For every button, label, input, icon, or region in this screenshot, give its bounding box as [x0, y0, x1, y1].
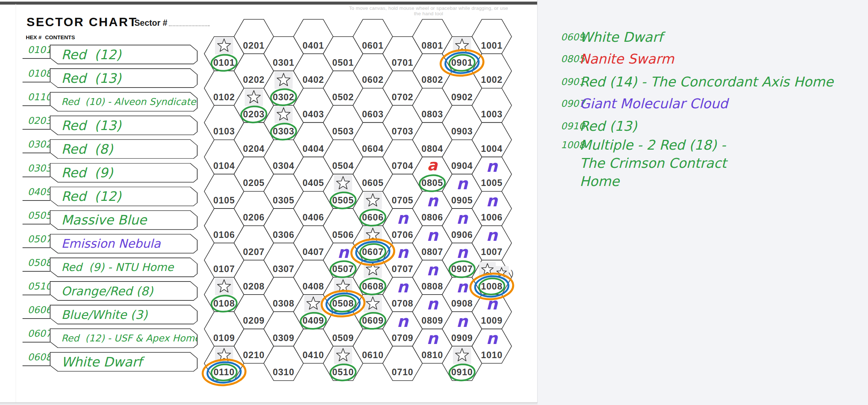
hex-label: 1001: [481, 40, 503, 50]
hex-label: 0707: [392, 264, 414, 274]
hex-label: 0304: [273, 161, 295, 171]
double-star-paren: ): [511, 268, 514, 278]
note-text: Red (14) - The Concordant Axis Home: [580, 73, 833, 91]
nebula-mark: n: [397, 312, 409, 331]
nebula-mark: n: [427, 226, 439, 244]
hex-label: 0104: [213, 161, 235, 171]
hex-label: 0202: [243, 74, 265, 85]
nebula-mark: n: [397, 243, 409, 262]
hex-label: 0403: [303, 109, 324, 119]
hex-label: 0905: [451, 195, 473, 205]
hex-label: 0810: [421, 350, 443, 360]
hex-label: 0801: [421, 40, 443, 50]
hex-label: 0601: [362, 40, 384, 50]
hex-label: 1006: [481, 212, 503, 222]
hex-label: 0708: [392, 298, 414, 308]
hex-label: 0510: [332, 367, 354, 377]
nebula-mark: n: [457, 209, 469, 227]
hex-label: 0607: [362, 247, 384, 257]
nebula-mark: n: [486, 329, 498, 348]
hex-label: 0506: [332, 230, 354, 240]
hex-label: 0107: [213, 264, 235, 274]
hex-label: 0503: [332, 126, 354, 136]
hex-label: 1003: [481, 109, 503, 119]
hex-label: 0309: [273, 333, 295, 343]
hex-label: 0305: [273, 195, 295, 205]
hex-label: 1005: [481, 178, 503, 188]
nebula-mark: n: [427, 295, 439, 313]
nebula-mark: n: [457, 312, 469, 331]
hex-label: 0805: [421, 178, 443, 188]
hex-label: 0802: [421, 74, 443, 85]
hex-label: 0102: [213, 92, 235, 102]
hex-label: 0101: [213, 57, 235, 68]
hex-label: 0105: [213, 195, 235, 205]
hex-label: 0203: [243, 109, 265, 119]
hex-label: 0308: [273, 298, 295, 308]
hex-label: 0803: [421, 109, 443, 119]
excalidraw-canvas[interactable]: To move canvas, hold mouse wheel or spac…: [0, 0, 868, 405]
hex-label: 0301: [273, 57, 295, 68]
hex-label: 0207: [243, 247, 265, 257]
nebula-mark: n: [457, 278, 469, 296]
note-text: Giant Molecular Cloud: [580, 95, 728, 113]
hex-label: 0602: [362, 74, 384, 85]
hex-label: 0904: [451, 161, 473, 171]
hex-label: 1004: [481, 143, 503, 154]
hex-label: 0910: [451, 367, 473, 377]
hex-label: 0604: [362, 143, 384, 154]
nebula-mark: n: [457, 174, 469, 193]
hex-label: 0902: [451, 92, 473, 102]
nebula-mark: n: [486, 191, 498, 210]
hex-label: 0710: [392, 367, 414, 377]
hex-label: 0507: [332, 264, 354, 274]
hex-label: 0410: [303, 350, 324, 360]
hex-label: 0809: [421, 315, 443, 325]
note-text: Nanite Swarm: [580, 50, 674, 68]
hex-label: 1007: [481, 247, 503, 257]
hex-label: 0501: [332, 57, 354, 68]
hex-label: 0807: [421, 247, 443, 257]
hex-label: 0505: [332, 195, 354, 205]
hex-label: 1010: [481, 350, 503, 360]
note-text: Red (13): [580, 117, 637, 135]
hex-label: 0610: [362, 350, 384, 360]
hex-label: 1002: [481, 74, 503, 85]
hex-label: 0209: [243, 315, 265, 325]
hex-label: 0903: [451, 126, 473, 136]
hex-label: 0103: [213, 126, 235, 136]
anomaly-mark: a: [427, 156, 438, 174]
hex-label: 0509: [332, 333, 354, 343]
hex-label: 0404: [303, 143, 324, 154]
hex-label: 0110: [214, 367, 235, 377]
hex-label: 0701: [392, 57, 414, 68]
hex-label: 0310: [273, 367, 295, 377]
hex-label: 0208: [243, 281, 265, 291]
nebula-mark: n: [427, 260, 439, 279]
hex-label: 0907: [451, 264, 473, 274]
hex-label: 0901: [451, 57, 473, 68]
hex-label: 0705: [392, 195, 414, 205]
hex-label: 1008: [481, 281, 503, 291]
hex-label: 0606: [362, 212, 384, 222]
hex-label: 0409: [303, 315, 324, 325]
hex-label: 0603: [362, 109, 384, 119]
hex-label: 0906: [451, 230, 473, 240]
nebula-mark: n: [486, 226, 498, 244]
hex-label: 0302: [273, 92, 295, 102]
hex-label: 0702: [392, 92, 414, 102]
nebula-mark: n: [486, 157, 498, 175]
hex-label: 0206: [243, 212, 265, 222]
nebula-mark: n: [427, 191, 439, 210]
note-text: White Dwarf: [580, 28, 663, 46]
hex-label: 0210: [243, 350, 265, 360]
hex-label: 0508: [332, 298, 354, 308]
hex-label: 0407: [303, 247, 324, 257]
nebula-mark: n: [427, 329, 439, 348]
hex-label: 0806: [421, 212, 443, 222]
hex-label: 0808: [421, 281, 443, 291]
hex-label: 0504: [332, 161, 354, 171]
hex-label: 0609: [362, 315, 384, 325]
hex-label: 0204: [243, 143, 265, 154]
hex-label: 0405: [303, 178, 324, 188]
